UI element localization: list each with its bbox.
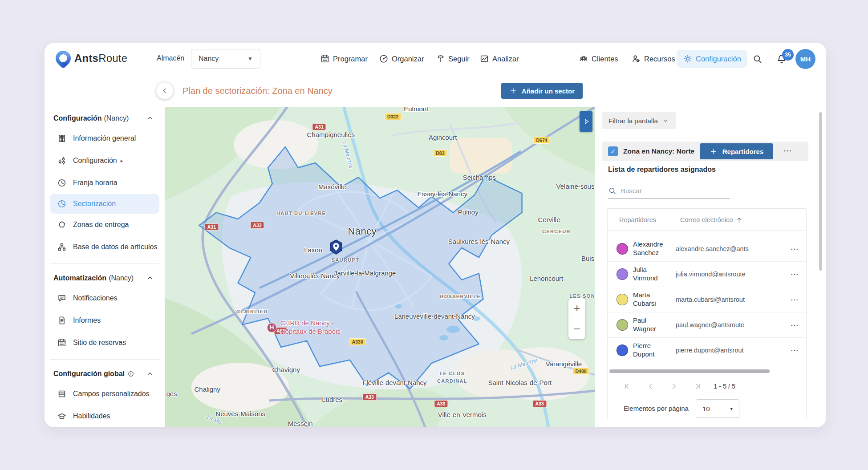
road-badge: A33 <box>363 393 377 401</box>
search-icon[interactable] <box>752 54 763 64</box>
user-avatar[interactable]: MH <box>795 49 815 69</box>
map-place-label: Jarville-la-Malgrange <box>334 269 396 276</box>
panel-scrollbar[interactable] <box>819 112 822 271</box>
app-window: AntsRoute Almacén Nancy ▼ Programar Orga… <box>45 43 826 427</box>
boxes-icon <box>57 242 67 252</box>
map-place-label: Saint-Nicolas-de-Port <box>488 379 552 386</box>
prev-page-button[interactable] <box>646 381 656 391</box>
antsroute-logo-icon <box>53 48 74 69</box>
warehouse-select[interactable]: Nancy ▼ <box>191 49 260 69</box>
main-column: Plan de sectorización: Zona en Nancy Aña… <box>165 75 601 427</box>
chevron-up-icon <box>146 370 154 378</box>
map-place-label: LE CLOS <box>440 371 465 376</box>
filter-screen-button[interactable]: Filtrar la pantalla <box>602 112 676 129</box>
warehouse-value: Nancy <box>199 55 219 63</box>
map-place-label: LES SOND <box>569 293 595 299</box>
map-place-label: Varangéville <box>546 360 582 367</box>
panel-expand-button[interactable] <box>580 111 592 132</box>
map-place-label: BOSSERVILLE <box>440 294 481 299</box>
signpost-icon <box>435 54 445 64</box>
map-place-label: SAURUPT <box>332 257 359 263</box>
row-menu-button[interactable]: ⋯ <box>791 295 799 304</box>
nav-item-seguir[interactable]: Seguir <box>435 43 470 75</box>
driver-email: julia.virmond@antsroute <box>676 271 755 278</box>
row-menu-button[interactable]: ⋯ <box>791 346 799 355</box>
sidebar-item-sitio-de-reservas[interactable]: Sitio de reservas <box>45 332 165 354</box>
map-canvas[interactable]: EulmontD322A31ChampigneullesAgincourtD67… <box>165 107 595 427</box>
pie-chart-icon <box>57 199 67 209</box>
chevron-up-icon <box>146 114 154 122</box>
sidebar-item-informacion-general[interactable]: Información general <box>45 127 165 150</box>
nav-item-organizar[interactable]: Organizar <box>379 43 424 75</box>
depot-pin-icon[interactable] <box>328 239 344 257</box>
sidebar-item-configuracion[interactable]: Configuración ▸ <box>45 150 165 172</box>
row-menu-button[interactable]: ⋯ <box>791 244 799 254</box>
brand-name: AntsRoute <box>74 52 127 65</box>
nav-item-recursos[interactable]: Recursos <box>631 43 675 75</box>
sidebar-item-sectorizacion[interactable]: Sectorización <box>50 194 159 214</box>
driver-search-input[interactable] <box>621 187 719 194</box>
last-page-button[interactable] <box>692 381 702 391</box>
nav-item-analizar[interactable]: Analizar <box>479 43 519 75</box>
sidebar-item-habilidades[interactable]: Habilidades <box>45 405 165 427</box>
zoom-in-button[interactable]: + <box>568 298 585 319</box>
first-page-button[interactable] <box>623 381 633 391</box>
driver-row: PierreDupont pierre.dupont@antsrout ⋯ <box>608 338 806 363</box>
hospital-label: CHRU de Nancy -Hôpitaux de Brabois <box>280 319 341 336</box>
horizontal-scrollbar[interactable] <box>609 369 770 373</box>
sector-menu-button[interactable]: ⋯ <box>783 142 793 160</box>
plus-icon <box>509 87 517 95</box>
map-place-label: Ville-en-Vermois <box>438 411 487 418</box>
polygon-icon <box>57 220 67 230</box>
sidebar-section-configuracion[interactable]: Configuración (Nancy) <box>45 109 165 127</box>
brand-logo[interactable]: AntsRoute <box>56 51 127 66</box>
col-header-email-sort[interactable]: Correo electrónico <box>680 209 743 231</box>
driver-email: paul.wagner@antsroute <box>676 321 755 328</box>
building-icon <box>57 134 67 143</box>
per-page-label: Elementos por página <box>624 399 689 418</box>
calendar-icon <box>57 338 67 348</box>
gear-icon <box>683 54 693 64</box>
table-header: Repartidores Correo electrónico <box>608 209 806 231</box>
nav-item-programar[interactable]: Programar <box>320 43 368 75</box>
add-sector-button[interactable]: Añadir un sector <box>501 83 583 99</box>
sidebar-section-configuracion-global[interactable]: Configuración global <box>45 365 165 383</box>
add-drivers-button[interactable]: Repartidores <box>700 143 773 159</box>
map-place-label: CLAIRLIEU <box>236 309 268 314</box>
sidebar-item-campos-personalizados[interactable]: Campos personalizados <box>45 383 165 405</box>
notifications-button[interactable]: 35 <box>776 53 787 65</box>
driver-email: marta.cubarsi@antsrout <box>676 296 755 303</box>
next-page-button[interactable] <box>669 381 679 391</box>
map-place-label: Chaligny <box>195 385 220 393</box>
road-badge: A31 <box>312 123 326 130</box>
chevron-up-icon <box>146 274 154 282</box>
sidebar-item-notificaciones[interactable]: Notificaciones <box>45 287 165 309</box>
nav-item-clientes[interactable]: Clientes <box>579 43 618 75</box>
back-button[interactable] <box>156 82 173 99</box>
zoom-out-button[interactable]: − <box>568 319 585 340</box>
sector-checkbox[interactable]: ✓ <box>608 146 618 156</box>
sidebar-item-informes[interactable]: Informes <box>45 309 165 332</box>
sidebar-item-zonas-de-entrega[interactable]: Zonas de entrega <box>45 214 165 236</box>
sidebar-section-automatizacion[interactable]: Automatización (Nancy) <box>45 269 165 287</box>
top-nav: AntsRoute Almacén Nancy ▼ Programar Orga… <box>45 43 826 75</box>
road-badge: D322 <box>385 113 401 120</box>
sidebar-item-franja-horaria[interactable]: Franja horaria <box>45 172 165 194</box>
driver-name: AlexandreSanchez <box>633 240 676 257</box>
map-place-label: Saulxures-lès-Nancy <box>448 238 510 245</box>
map-place-label: Pulnoy <box>458 208 479 216</box>
map-place-label: Neuves-Maisons <box>215 410 265 417</box>
driver-name: JuliaVirmond <box>633 266 676 283</box>
map-place-label: Velaine-sous <box>556 182 595 190</box>
row-menu-button[interactable]: ⋯ <box>791 270 799 279</box>
pagination: 1 - 5 / 5 <box>608 377 806 395</box>
sidebar-item-base-de-datos[interactable]: Base de datos de artículos <box>45 236 165 258</box>
nav-item-configuracion-active[interactable]: Configuración <box>677 50 747 68</box>
per-page-select[interactable]: 10 ▾ <box>696 399 739 418</box>
clock-icon <box>57 178 67 188</box>
map-zoom-control: + − <box>568 298 585 339</box>
row-menu-button[interactable]: ⋯ <box>791 320 799 330</box>
river-label: La Meurthe <box>341 141 354 170</box>
road-badge: A33 <box>434 400 448 407</box>
driver-email: alexandre.sanchez@ants <box>676 245 755 252</box>
